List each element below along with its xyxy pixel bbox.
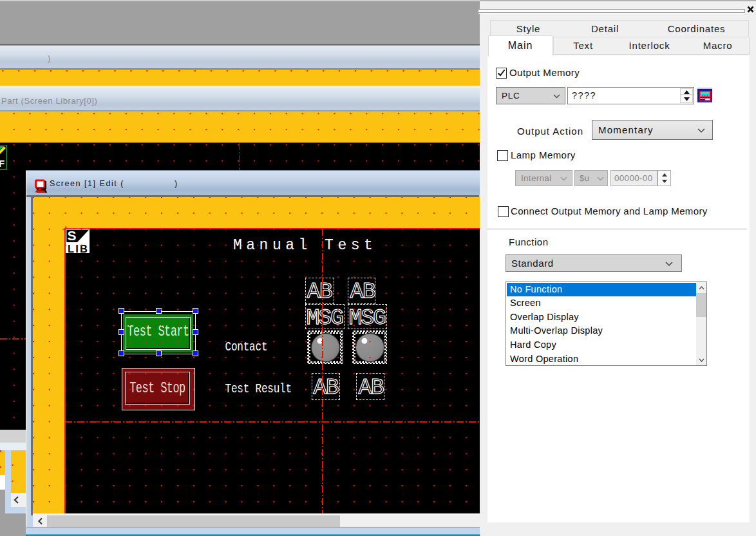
svg-text:F: F [0,158,5,169]
